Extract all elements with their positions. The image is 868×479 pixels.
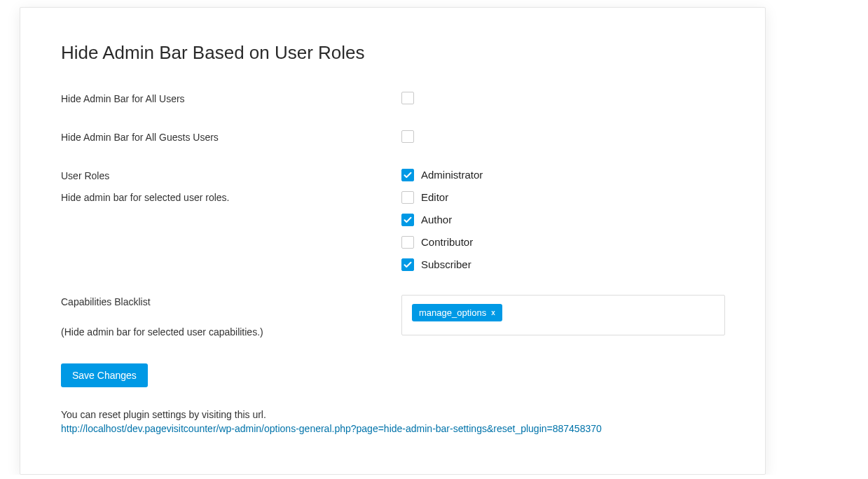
- check-icon: [404, 216, 412, 224]
- label-capabilities-blacklist: Capabilities Blacklist: [61, 295, 401, 310]
- capabilities-tag-input[interactable]: manage_optionsx: [401, 295, 725, 335]
- row-hide-all-users: Hide Admin Bar for All Users: [61, 92, 724, 106]
- role-item: Administrator: [401, 169, 724, 181]
- help-user-roles: Hide admin bar for selected user roles.: [61, 190, 401, 205]
- row-user-roles: User Roles Hide admin bar for selected u…: [61, 169, 724, 271]
- reset-link[interactable]: http://localhost/dev.pagevisitcounter/wp…: [61, 423, 602, 434]
- user-roles-list: AdministratorEditorAuthorContributorSubs…: [401, 169, 724, 271]
- label-hide-all-users: Hide Admin Bar for All Users: [61, 92, 401, 106]
- capability-tag: manage_optionsx: [412, 304, 502, 322]
- role-item: Editor: [401, 191, 724, 204]
- help-capabilities-blacklist: (Hide admin bar for selected user capabi…: [61, 325, 401, 340]
- checkbox-role[interactable]: [401, 191, 414, 204]
- label-hide-all-guests: Hide Admin Bar for All Guests Users: [61, 130, 401, 145]
- role-label: Administrator: [421, 169, 483, 181]
- checkbox-role[interactable]: [401, 169, 414, 181]
- label-user-roles: User Roles: [61, 169, 401, 183]
- capability-tag-label: manage_options: [419, 307, 486, 319]
- checkbox-role[interactable]: [401, 236, 414, 249]
- row-capabilities-blacklist: Capabilities Blacklist (Hide admin bar f…: [61, 295, 724, 340]
- checkbox-role[interactable]: [401, 258, 414, 271]
- role-label: Author: [421, 214, 452, 225]
- role-item: Subscriber: [401, 258, 724, 271]
- row-hide-all-guests: Hide Admin Bar for All Guests Users: [61, 130, 724, 145]
- settings-card: Hide Admin Bar Based on User Roles Hide …: [20, 7, 766, 475]
- page-title: Hide Admin Bar Based on User Roles: [61, 41, 724, 65]
- role-label: Editor: [421, 191, 448, 203]
- check-icon: [404, 171, 412, 179]
- check-icon: [404, 261, 412, 269]
- checkbox-role[interactable]: [401, 214, 414, 226]
- save-button[interactable]: Save Changes: [61, 363, 148, 387]
- role-item: Contributor: [401, 236, 724, 249]
- role-label: Contributor: [421, 236, 473, 248]
- checkbox-hide-all-users[interactable]: [401, 92, 414, 104]
- role-item: Author: [401, 214, 724, 226]
- role-label: Subscriber: [421, 258, 471, 270]
- checkbox-hide-all-guests[interactable]: [401, 130, 414, 143]
- reset-note: You can reset plugin settings by visitin…: [61, 407, 724, 422]
- tag-remove-icon[interactable]: x: [491, 309, 495, 317]
